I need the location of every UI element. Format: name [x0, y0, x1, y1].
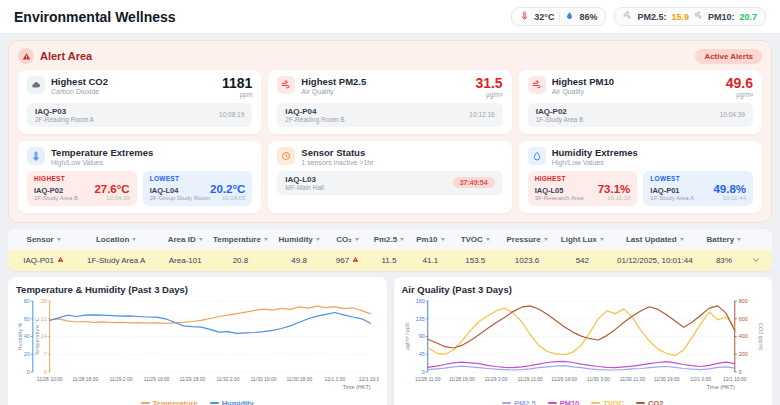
alert-card-sensor-status[interactable]: Sensor Status 1 sensors inactive >1hr IA…	[268, 141, 511, 213]
series-line-pm2-5	[427, 365, 734, 369]
alert-card-pm10[interactable]: Highest PM10 Air Quality 49.6 µg/m³ IAQ-…	[519, 70, 762, 134]
row-expand-chevron-icon[interactable]	[748, 256, 764, 264]
svg-text:Humidity %: Humidity %	[17, 322, 23, 350]
column-header-area-id[interactable]: Area ID	[161, 235, 209, 244]
svg-text:0: 0	[27, 369, 30, 375]
sort-caret-icon	[544, 238, 548, 241]
sensor-id: IAQ-L03	[285, 175, 324, 184]
column-header-tvoc[interactable]: TVOC	[451, 235, 499, 244]
climate-pill: 32°C 86%	[511, 7, 606, 26]
highest-temperature-box: HIGHEST IAQ-P02 27.6°C 1F-Study Area B 1…	[27, 171, 137, 206]
pm25-value: 15.9	[671, 12, 689, 22]
legend-item-tvoc[interactable]: TVOC	[591, 399, 624, 405]
lowest-temperature-box: LOWEST IAQ-L04 20.2°C 2F-Group Study Roo…	[143, 171, 253, 206]
svg-text:60: 60	[24, 315, 30, 321]
legend-item-pm2-5[interactable]: PM2.5	[502, 399, 536, 405]
column-header-pm2-5[interactable]: Pm2.5	[368, 235, 409, 244]
table-cell: 1F-Study Area A	[71, 256, 161, 265]
column-header-pm10[interactable]: Pm10	[410, 235, 451, 244]
pm-pill: PM2.5: 15.9 PM10: 20.7	[614, 7, 766, 26]
topbar-status: 32°C 86% PM2.5: 15.9 PM10: 20.7	[511, 7, 766, 26]
droplet-icon	[528, 147, 546, 165]
sensor-table: SensorLocationArea IDTemperatureHumidity…	[8, 229, 772, 271]
warning-icon	[18, 48, 34, 64]
outdoor-humidity-value: 86%	[579, 12, 597, 22]
sort-caret-icon	[441, 238, 445, 241]
sort-caret-icon	[737, 238, 741, 241]
sensor-id: IAQ-P02	[536, 107, 584, 116]
svg-text:Time (HKT): Time (HKT)	[343, 384, 371, 390]
legend-marker	[141, 402, 150, 404]
air-quality-icon	[277, 76, 295, 94]
table-cell: 11.5	[368, 256, 409, 265]
card-title: Highest PM10	[552, 76, 614, 88]
column-header-battery[interactable]: Battery	[700, 235, 748, 244]
svg-text:11/28 18:00: 11/28 18:00	[72, 377, 98, 382]
active-alerts-badge[interactable]: Active Alerts	[695, 49, 762, 64]
card-subtitle: 1 sensors inactive >1hr	[301, 159, 373, 166]
legend-item-humidity[interactable]: Humidity	[210, 399, 254, 405]
droplet-icon	[565, 11, 574, 22]
column-label: Pm2.5	[374, 235, 398, 244]
svg-text:11/29 10:00: 11/29 10:00	[144, 377, 170, 382]
sensor-location: 2F-Reading Room B	[285, 116, 344, 123]
svg-text:11/29 18:00: 11/29 18:00	[179, 377, 205, 382]
svg-text:11/29 3:00: 11/29 3:00	[484, 377, 507, 382]
alert-card-co2[interactable]: Highest CO2 Carbon Dioxide 1181 ppm IAQ-…	[18, 70, 261, 134]
table-header-row: SensorLocationArea IDTemperatureHumidity…	[8, 229, 772, 250]
column-header-temperature[interactable]: Temperature	[209, 235, 271, 244]
card-title: Highest CO2	[51, 76, 108, 88]
svg-text:11/28 19:00: 11/28 19:00	[448, 377, 474, 382]
legend-marker	[548, 402, 557, 404]
column-header-last-updated[interactable]: Last Updated	[610, 235, 700, 244]
table-row[interactable]: IAQ-P011F-Study Area AArea-10120.849.896…	[8, 250, 772, 271]
pm10-highest-value: 49.6	[726, 76, 753, 91]
sensor-time: 10:12:16	[469, 111, 494, 118]
column-header-co-[interactable]: CO₂	[327, 235, 368, 244]
card-subtitle: High/Low Values	[51, 159, 153, 166]
column-header-humidity[interactable]: Humidity	[272, 235, 327, 244]
alert-cards-grid: Highest CO2 Carbon Dioxide 1181 ppm IAQ-…	[18, 70, 762, 213]
legend-item-pm10[interactable]: PM10	[548, 399, 580, 405]
highest-humidity-value: 73.1%	[598, 183, 631, 195]
svg-text:11/30 2:00: 11/30 2:00	[216, 377, 239, 382]
alert-card-temperature-extremes[interactable]: Temperature Extremes High/Low Values HIG…	[18, 141, 261, 213]
column-header-pressure[interactable]: Pressure	[499, 235, 554, 244]
column-header-location[interactable]: Location	[71, 235, 161, 244]
warning-icon	[57, 256, 64, 265]
column-label: Sensor	[27, 235, 54, 244]
highest-label: HIGHEST	[34, 175, 130, 182]
alert-card-pm25[interactable]: Highest PM2.5 Air Quality 31.5 µg/m³ IAQ…	[268, 70, 511, 134]
svg-text:11/30 18:00: 11/30 18:00	[286, 377, 312, 382]
sensor-location: 3F-Research Area	[535, 195, 584, 201]
column-header-light-lux[interactable]: Light Lux	[555, 235, 610, 244]
svg-text:14: 14	[41, 333, 47, 339]
table-cell: 20.8	[209, 256, 271, 265]
chart-legend: PM2.5PM10TVOCCO2	[402, 399, 765, 405]
card-subtitle: Carbon Dioxide	[51, 88, 108, 95]
legend-marker	[636, 402, 645, 404]
sensor-id: IAQ-P03	[35, 107, 94, 116]
svg-text:21: 21	[41, 315, 47, 321]
svg-text:90: 90	[418, 333, 424, 339]
column-header-sensor[interactable]: Sensor	[16, 235, 71, 244]
sensor-row: IAQ-P02 1F-Study Area B 10:04:39	[528, 103, 753, 127]
svg-text:135: 135	[415, 315, 424, 321]
lowest-humidity-value: 49.8%	[713, 183, 746, 195]
svg-text:11/28 11:00: 11/28 11:00	[415, 377, 441, 382]
table-cell: 153.5	[451, 256, 499, 265]
card-subtitle: High/Low Values	[552, 159, 638, 166]
sensor-location: 2F-Reading Room A	[35, 116, 94, 123]
legend-item-co2[interactable]: CO2	[636, 399, 663, 405]
sensor-row: IAQ-L03 MF-Main Hall 37:49:54	[277, 171, 502, 195]
sensor-row: IAQ-P04 2F-Reading Room B 10:12:16	[277, 103, 502, 127]
svg-text:Time (HKT): Time (HKT)	[706, 384, 734, 390]
air-quality-icon	[528, 76, 546, 94]
alert-card-humidity-extremes[interactable]: Humidity Extremes High/Low Values HIGHES…	[519, 141, 762, 213]
sort-caret-icon	[264, 238, 268, 241]
thermometer-icon	[27, 147, 45, 165]
highest-label: HIGHEST	[535, 175, 631, 182]
series-line-humidity	[50, 312, 371, 333]
table-cell: IAQ-P01	[16, 256, 71, 265]
legend-item-temperature[interactable]: Temperature	[141, 399, 198, 405]
